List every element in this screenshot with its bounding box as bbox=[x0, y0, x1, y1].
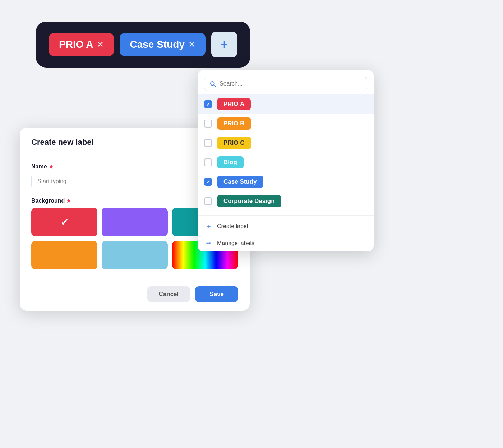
checkbox-prio-c[interactable] bbox=[204, 139, 212, 147]
checkbox-blog[interactable] bbox=[204, 158, 212, 166]
tag-case-study-label: Case Study bbox=[130, 39, 185, 50]
checkbox-prio-a[interactable] bbox=[204, 100, 212, 108]
tag-bar: PRIO A ✕ Case Study ✕ + bbox=[36, 22, 250, 68]
labels-list: PRIO A PRIO B PRIO C Blog Case Study bbox=[198, 94, 374, 213]
search-icon bbox=[209, 80, 216, 87]
badge-prio-c: PRIO C bbox=[217, 137, 251, 149]
list-item[interactable]: PRIO A bbox=[198, 94, 374, 114]
list-item[interactable]: PRIO C bbox=[198, 133, 374, 153]
divider bbox=[198, 215, 374, 216]
badge-case-study: Case Study bbox=[217, 176, 263, 188]
tag-case-study-close[interactable]: ✕ bbox=[188, 40, 195, 50]
manage-labels-action[interactable]: ✏ Manage labels bbox=[198, 235, 374, 251]
checkbox-corporate[interactable] bbox=[204, 197, 212, 205]
dialog-footer: Cancel Save bbox=[20, 280, 250, 311]
badge-corporate: Corporate Design bbox=[217, 195, 281, 207]
save-button[interactable]: Save bbox=[195, 286, 238, 302]
add-tag-button[interactable]: + bbox=[211, 32, 237, 57]
plus-icon: + bbox=[220, 37, 228, 52]
scene: PRIO A ✕ Case Study ✕ + PRIO A bbox=[0, 0, 503, 448]
list-item[interactable]: Blog bbox=[198, 153, 374, 172]
checkbox-prio-b[interactable] bbox=[204, 120, 212, 128]
badge-blog: Blog bbox=[217, 156, 244, 168]
tag-prio-a-close[interactable]: ✕ bbox=[97, 40, 104, 50]
cancel-button[interactable]: Cancel bbox=[147, 286, 190, 302]
badge-prio-a: PRIO A bbox=[217, 98, 251, 110]
color-swatch-orange[interactable] bbox=[31, 241, 97, 269]
tag-prio-a-label: PRIO A bbox=[59, 39, 93, 50]
pencil-icon: ✏ bbox=[205, 239, 213, 247]
create-label-text: Create label bbox=[217, 223, 248, 230]
checkbox-case-study[interactable] bbox=[204, 178, 212, 186]
plus-circle-icon: ＋ bbox=[205, 222, 213, 231]
list-item[interactable]: Case Study bbox=[198, 172, 374, 191]
labels-dropdown: PRIO A PRIO B PRIO C Blog Case Study bbox=[198, 70, 374, 251]
color-swatch-purple[interactable] bbox=[102, 208, 168, 236]
badge-prio-b: PRIO B bbox=[217, 117, 251, 130]
color-swatch-red[interactable] bbox=[31, 208, 97, 236]
manage-labels-text: Manage labels bbox=[217, 240, 254, 246]
list-item[interactable]: Corporate Design bbox=[198, 191, 374, 211]
dropdown-search-container bbox=[204, 77, 367, 91]
bg-required-star: ★ bbox=[66, 197, 71, 204]
svg-line-1 bbox=[214, 85, 215, 86]
color-swatch-sky[interactable] bbox=[102, 241, 168, 269]
tag-prio-a[interactable]: PRIO A ✕ bbox=[49, 33, 114, 56]
dropdown-search-input[interactable] bbox=[220, 80, 362, 87]
create-label-action[interactable]: ＋ Create label bbox=[198, 218, 374, 235]
list-item[interactable]: PRIO B bbox=[198, 114, 374, 133]
tag-case-study[interactable]: Case Study ✕ bbox=[120, 33, 206, 56]
name-required-star: ★ bbox=[49, 163, 54, 170]
